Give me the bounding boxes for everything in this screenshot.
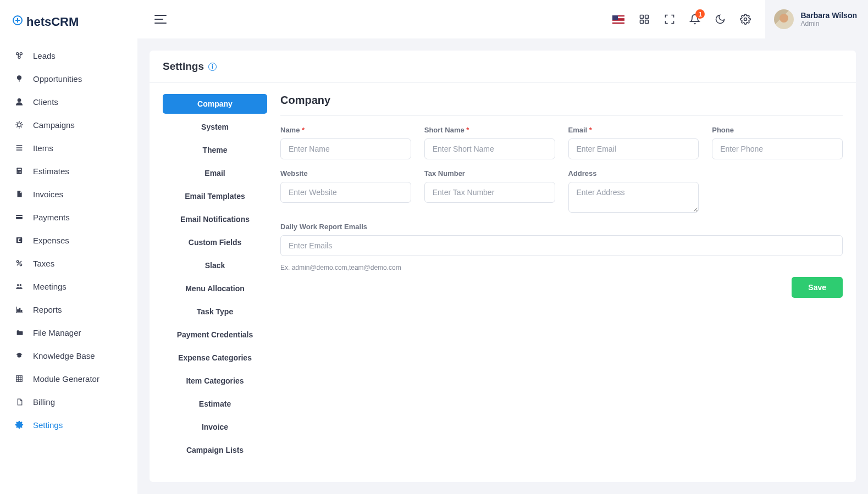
chart-icon	[14, 304, 24, 314]
svg-rect-27	[640, 15, 644, 19]
svg-point-22	[20, 284, 22, 286]
svg-point-14	[20, 172, 21, 173]
fullscreen-icon[interactable]	[664, 14, 675, 25]
tab-company[interactable]: Company	[163, 94, 267, 114]
tab-estimate[interactable]: Estimate	[163, 394, 267, 414]
svg-rect-30	[645, 20, 649, 24]
sidebar-item-clients[interactable]: Clients	[0, 90, 137, 113]
nav-label: Taxes	[33, 259, 54, 268]
nav-label: Clients	[33, 97, 58, 107]
language-flag-icon[interactable]	[612, 15, 624, 24]
svg-point-6	[18, 123, 21, 127]
topbar: 1 Barbara Wilson Admin	[137, 0, 868, 38]
nav-label: File Manager	[33, 328, 81, 337]
phone-input[interactable]	[712, 138, 843, 159]
svg-rect-24	[19, 308, 20, 312]
svg-point-13	[19, 172, 19, 173]
sidebar: hetsCRM Leads Opportunities Clients Camp…	[0, 0, 137, 494]
tab-email-notifications[interactable]: Email Notifications	[163, 209, 267, 229]
tab-task-type[interactable]: Task Type	[163, 302, 267, 321]
sidebar-item-billing[interactable]: Billing	[0, 390, 137, 413]
website-input[interactable]	[280, 182, 411, 203]
svg-rect-23	[17, 309, 18, 312]
svg-point-19	[16, 260, 18, 263]
svg-point-9	[18, 171, 18, 171]
document-icon	[14, 189, 24, 199]
apps-icon[interactable]	[639, 14, 650, 25]
card-icon	[14, 212, 24, 222]
expense-icon: E	[14, 235, 24, 245]
svg-point-3	[18, 56, 20, 58]
tax-number-input[interactable]	[424, 182, 555, 203]
emails-label: Daily Work Report Emails	[280, 223, 843, 231]
balloon-icon	[14, 74, 24, 84]
tab-slack[interactable]: Slack	[163, 256, 267, 275]
address-input[interactable]	[568, 182, 699, 213]
nav-label: Reports	[33, 305, 62, 314]
tab-campaign-lists[interactable]: Campaign Lists	[163, 440, 267, 460]
emails-input[interactable]	[280, 235, 843, 256]
nav-label: Items	[33, 143, 53, 153]
tab-theme[interactable]: Theme	[163, 140, 267, 160]
group-icon	[14, 281, 24, 291]
nav-label: Billing	[33, 397, 55, 407]
settings-tabs: Company System Theme Email Email Templat…	[163, 94, 267, 460]
tab-email-templates[interactable]: Email Templates	[163, 186, 267, 206]
sidebar-item-module-generator[interactable]: Module Generator	[0, 367, 137, 390]
sidebar-item-payments[interactable]: Payments	[0, 206, 137, 229]
user-menu[interactable]: Barbara Wilson Admin	[765, 0, 868, 38]
save-button[interactable]: Save	[792, 277, 843, 298]
graduation-icon	[14, 351, 24, 360]
svg-point-11	[20, 171, 21, 171]
nav-label: Opportunities	[33, 74, 82, 84]
file-icon	[14, 397, 24, 407]
tab-custom-fields[interactable]: Custom Fields	[163, 232, 267, 252]
sidebar-item-expenses[interactable]: EExpenses	[0, 229, 137, 252]
tab-payment-credentials[interactable]: Payment Credentials	[163, 325, 267, 345]
sidebar-item-knowledge-base[interactable]: Knowledge Base	[0, 344, 137, 367]
tab-invoice[interactable]: Invoice	[163, 417, 267, 437]
svg-point-12	[18, 172, 18, 173]
sidebar-item-invoices[interactable]: Invoices	[0, 182, 137, 206]
sidebar-item-settings[interactable]: Settings	[0, 413, 137, 436]
svg-point-21	[17, 284, 19, 286]
sidebar-item-reports[interactable]: Reports	[0, 298, 137, 321]
short-name-input[interactable]	[424, 138, 555, 159]
tab-system[interactable]: System	[163, 117, 267, 137]
sidebar-item-items[interactable]: Items	[0, 136, 137, 159]
nav-list: Leads Opportunities Clients Campaigns It…	[0, 44, 137, 436]
info-icon[interactable]: i	[208, 63, 217, 71]
grid-icon	[14, 374, 24, 384]
sidebar-item-campaigns[interactable]: Campaigns	[0, 113, 137, 136]
card-header: Settings i	[150, 51, 856, 83]
moon-icon[interactable]	[715, 14, 726, 25]
sidebar-item-meetings[interactable]: Meetings	[0, 275, 137, 298]
logo[interactable]: hetsCRM	[0, 5, 137, 44]
sidebar-item-estimates[interactable]: Estimates	[0, 159, 137, 182]
tab-expense-categories[interactable]: Expense Categories	[163, 348, 267, 368]
menu-toggle-icon[interactable]	[154, 14, 167, 24]
logo-text: hetsCRM	[26, 15, 79, 29]
avatar	[774, 9, 794, 29]
tab-menu-allocation[interactable]: Menu Allocation	[163, 279, 267, 298]
svg-point-4	[17, 75, 21, 80]
sidebar-item-leads[interactable]: Leads	[0, 44, 137, 67]
settings-icon[interactable]	[740, 14, 751, 25]
svg-point-10	[19, 171, 19, 171]
tab-item-categories[interactable]: Item Categories	[163, 371, 267, 391]
sidebar-item-file-manager[interactable]: File Manager	[0, 321, 137, 344]
sidebar-item-taxes[interactable]: Taxes	[0, 252, 137, 275]
name-input[interactable]	[280, 138, 411, 159]
nav-label: Module Generator	[33, 374, 99, 384]
user-name: Barbara Wilson	[800, 11, 857, 20]
user-icon	[14, 97, 24, 107]
svg-point-20	[20, 264, 22, 266]
nav-label: Estimates	[33, 166, 69, 176]
email-input[interactable]	[568, 138, 699, 159]
nav-label: Settings	[33, 420, 63, 430]
phone-label: Phone	[712, 126, 843, 134]
bell-icon[interactable]: 1	[689, 14, 700, 25]
svg-rect-25	[21, 310, 22, 312]
sidebar-item-opportunities[interactable]: Opportunities	[0, 67, 137, 90]
tab-email[interactable]: Email	[163, 163, 267, 183]
